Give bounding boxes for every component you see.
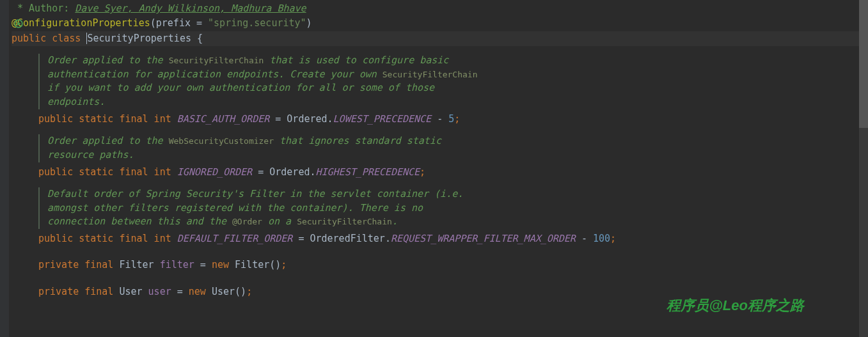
- scrollbar-thumb[interactable]: [859, 0, 868, 128]
- javadoc-ignored-order: Order applied to the WebSecurityCustomiz…: [38, 134, 868, 162]
- watermark-text: 程序员@Leo程序之路: [667, 295, 804, 317]
- javadoc-basic-auth: Order applied to the SecurityFilterChain…: [38, 54, 868, 109]
- const-basic-auth-order: public static final int BASIC_AUTH_ORDER…: [12, 112, 868, 127]
- const-ignored-order: public static final int IGNORED_ORDER = …: [12, 165, 868, 180]
- annotation-line: @ConfigurationProperties(prefix = "sprin…: [12, 16, 868, 31]
- run-gutter-icon[interactable]: [14, 18, 23, 27]
- vertical-scrollbar[interactable]: [859, 0, 868, 337]
- code-editor[interactable]: * Author: Dave Syer, Andy Wilkinson, Mad…: [0, 0, 868, 299]
- editor-gutter: [0, 0, 9, 337]
- const-default-filter-order: public static final int DEFAULT_FILTER_O…: [12, 231, 868, 246]
- svg-marker-1: [17, 22, 20, 26]
- javadoc-default-filter-order: Default order of Spring Security's Filte…: [38, 187, 868, 229]
- field-filter: private final Filter filter = new Filter…: [12, 258, 868, 272]
- javadoc-author-line: * Author: Dave Syer, Andy Wilkinson, Mad…: [12, 1, 868, 16]
- class-declaration-line: public class SecurityProperties {: [12, 31, 868, 46]
